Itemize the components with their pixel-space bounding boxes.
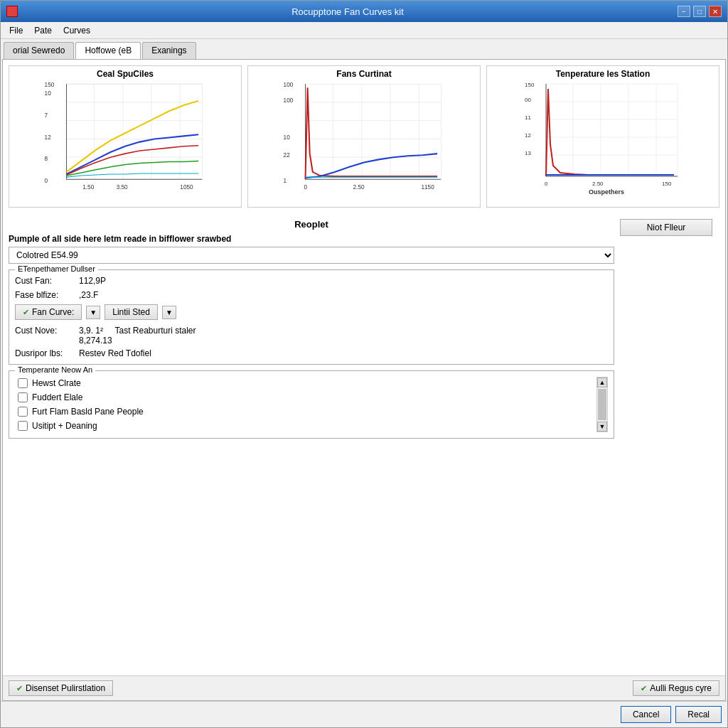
- checkbox-fuddert-label: Fuddert Elale: [32, 392, 82, 402]
- aulli-button[interactable]: ✔ Aulli Regus cyre: [633, 680, 719, 696]
- scroll-thumb[interactable]: [598, 389, 606, 420]
- checkbox-fuddert[interactable]: Fuddert Elale: [18, 392, 594, 402]
- svg-text:12: 12: [45, 134, 52, 141]
- checkbox-usitipt[interactable]: Usitipt + Deaning: [18, 421, 594, 431]
- not-filter-button[interactable]: Niot Flleur: [620, 219, 712, 236]
- linti-sted-label: Lintii Sted: [112, 307, 150, 317]
- dusripor-label: Dusripor lbs:: [15, 348, 79, 358]
- svg-text:12: 12: [525, 132, 531, 139]
- checkbox-furt-input[interactable]: [18, 407, 28, 417]
- menu-curves[interactable]: Curves: [58, 24, 96, 37]
- svg-text:1050: 1050: [180, 184, 193, 191]
- recal-button[interactable]: Recal: [675, 706, 722, 723]
- cust-fan-row: Cust Fan: 112,9P: [15, 276, 608, 286]
- window-controls: − □ ✕: [678, 6, 722, 17]
- colotred-dropdown[interactable]: Colotred E54.99: [9, 247, 614, 264]
- svg-text:0: 0: [45, 178, 48, 184]
- tab-sewredo[interactable]: orial Sewredo: [4, 42, 74, 59]
- checkbox-list: Hewst Clrate Fuddert Elale Furt Flam Bas…: [15, 377, 596, 432]
- disenset-check-icon: ✔: [16, 684, 23, 693]
- temperante-group: Temperante Neow An Hewst Clrate Fuddert …: [9, 370, 614, 439]
- main-window: Rocupptone Fan Curves kit − □ ✕ File Pat…: [0, 0, 728, 728]
- chart1-title: Ceal SpuCiles: [12, 69, 238, 79]
- chart3-title: Tenperature les Station: [490, 69, 716, 79]
- aulli-check-icon: ✔: [641, 684, 647, 693]
- svg-text:10: 10: [284, 134, 291, 141]
- svg-text:1150: 1150: [421, 184, 434, 191]
- maximize-button[interactable]: □: [693, 6, 706, 17]
- checkbox-furt[interactable]: Furt Flam Basld Pane People: [18, 407, 594, 417]
- scroll-down-button[interactable]: ▼: [597, 422, 607, 432]
- svg-text:2.50: 2.50: [353, 184, 365, 191]
- linti-sted-button[interactable]: Lintii Sted: [105, 304, 158, 320]
- svg-text:1.50: 1.50: [82, 184, 94, 191]
- fan-curve-check-icon: ✔: [23, 308, 29, 317]
- group-box-title: ETenpethamer Dullser: [15, 264, 98, 273]
- dropdown-label: Pumple of all side here letm reade in bi…: [9, 234, 614, 244]
- dusripor-row: Dusripor lbs: Restev Red Tdofiel: [15, 348, 608, 358]
- menu-pate[interactable]: Pate: [28, 24, 58, 37]
- svg-text:22: 22: [284, 152, 291, 159]
- svg-text:150: 150: [45, 82, 55, 88]
- svg-text:150: 150: [662, 181, 672, 187]
- scrollbar: ▲ ▼: [596, 377, 608, 432]
- tab-hoffowe[interactable]: Hoffowe (eB: [75, 42, 141, 59]
- disenset-label: Disenset Pulirstlation: [26, 683, 105, 693]
- cust-fan-label: Cust Fan:: [15, 276, 79, 286]
- checkbox-usitipt-input[interactable]: [18, 421, 28, 431]
- bottom-bar: ✔ Disenset Pulirstlation ✔ Aulli Regus c…: [3, 675, 725, 700]
- svg-text:2.50: 2.50: [592, 181, 604, 187]
- svg-text:8: 8: [45, 156, 48, 162]
- checkbox-hewst[interactable]: Hewst Clrate: [18, 378, 594, 388]
- cust-fan-value: 112,9P: [79, 276, 106, 286]
- checkbox-furt-label: Furt Flam Basld Pane People: [32, 407, 144, 417]
- cancel-button[interactable]: Cancel: [621, 706, 671, 723]
- svg-text:7: 7: [45, 112, 48, 119]
- close-button[interactable]: ✕: [709, 6, 722, 17]
- chart2-svg: 100 100 10 22 1 0 2.50 1150: [251, 80, 477, 198]
- svg-text:00: 00: [525, 97, 531, 103]
- fan-curve-dropdown-btn[interactable]: ▼: [86, 306, 100, 319]
- checkbox-fuddert-input[interactable]: [18, 392, 28, 402]
- main-content: Reoplet Pumple of all side here letm rea…: [3, 213, 725, 675]
- fase-blfize-label: Fase blfize:: [15, 290, 79, 300]
- tab-bar: orial Sewredo Hoffowe (eB Exanings: [1, 39, 727, 59]
- chart-temperature: Tenperature les Station: [486, 65, 719, 208]
- minimize-button[interactable]: −: [678, 6, 690, 17]
- chart-ceal-spuciles: Ceal SpuCiles: [9, 65, 242, 208]
- fase-blfize-value: ,23.F: [79, 290, 98, 300]
- dropdown-row: Colotred E54.99: [9, 247, 614, 264]
- checkbox-usitipt-label: Usitipt + Deaning: [32, 421, 97, 431]
- svg-text:100: 100: [284, 97, 294, 104]
- chart2-title: Fans Curtinat: [251, 69, 477, 79]
- menu-bar: File Pate Curves: [1, 22, 727, 39]
- cust-nove-values: 3,9. 1² Tast Reaburturi staler 8,274.13: [79, 326, 196, 346]
- svg-text:0: 0: [304, 184, 307, 191]
- svg-text:100: 100: [284, 82, 294, 88]
- reoplet-title: Reoplet: [9, 219, 614, 230]
- temperante-title: Temperante Neow An: [15, 365, 95, 374]
- disenset-button[interactable]: ✔ Disenset Pulirstlation: [9, 680, 113, 696]
- linti-sted-dropdown-btn[interactable]: ▼: [162, 306, 176, 319]
- content-area: Ceal SpuCiles: [2, 59, 726, 701]
- svg-text:Ouspethers: Ouspethers: [589, 188, 624, 196]
- dusripor-value: Restev Red Tdofiel: [79, 348, 151, 358]
- scroll-up-button[interactable]: ▲: [597, 378, 607, 387]
- svg-rect-22: [306, 84, 441, 179]
- tab-exanings[interactable]: Exanings: [142, 42, 196, 59]
- svg-rect-0: [67, 84, 203, 179]
- checkbox-hewst-input[interactable]: [18, 378, 28, 388]
- cust-nove-row: Cust Nove: 3,9. 1² Tast Reaburturi stale…: [15, 326, 608, 346]
- title-bar: Rocupptone Fan Curves kit − □ ✕: [1, 1, 727, 22]
- title-bar-icon: [6, 6, 18, 17]
- fan-curve-btn-label: Fan Curve:: [32, 307, 74, 317]
- etenpethamer-group: ETenpethamer Dullser Cust Fan: 112,9P Fa…: [9, 269, 614, 365]
- left-panel: Reoplet Pumple of all side here letm rea…: [9, 219, 614, 670]
- svg-rect-41: [546, 84, 678, 176]
- menu-file[interactable]: File: [4, 24, 28, 37]
- fase-blfize-row: Fase blfize: ,23.F: [15, 290, 608, 300]
- svg-text:0: 0: [545, 181, 548, 187]
- svg-text:11: 11: [525, 114, 531, 121]
- fan-curve-button[interactable]: ✔ Fan Curve:: [15, 304, 82, 320]
- cust-nove-label: Cust Nove:: [15, 326, 79, 336]
